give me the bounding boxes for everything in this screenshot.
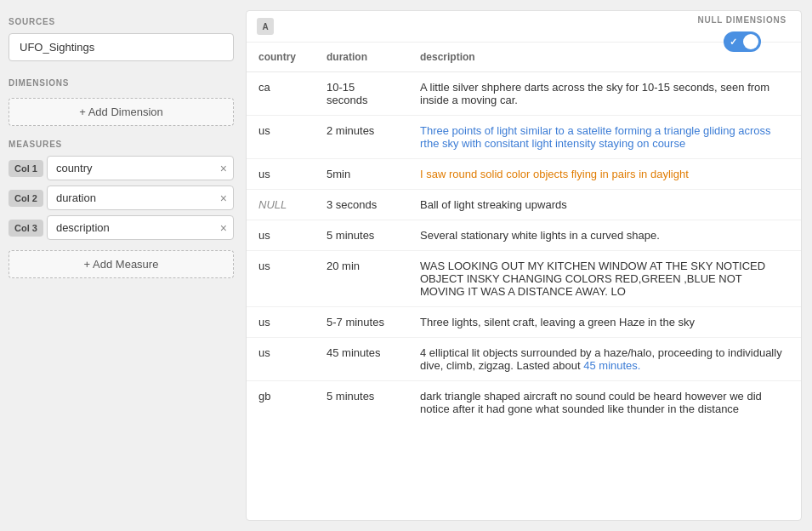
- table-row: NULL3 secondsBall of light streaking upw…: [247, 190, 801, 220]
- measure-close-3[interactable]: ×: [220, 222, 227, 234]
- add-measure-button[interactable]: + Add Measure: [9, 250, 234, 278]
- measure-row-1: Col 1 ×: [9, 156, 234, 180]
- cell-duration: 2 minutes: [315, 116, 408, 159]
- cell-country: us: [247, 307, 315, 338]
- measure-close-2[interactable]: ×: [220, 192, 227, 204]
- cell-country: us: [247, 220, 315, 251]
- cell-country: us: [247, 251, 315, 307]
- table-row: ca10-15 secondsA little silver shphere d…: [247, 72, 801, 116]
- cell-country: us: [247, 159, 315, 190]
- table-row: us5 minutesSeveral stationary white ligh…: [247, 220, 801, 251]
- cell-description: I saw round solid color objects flying i…: [408, 159, 801, 190]
- cell-duration: 20 min: [315, 251, 408, 307]
- table-row: gb5 minutesdark triangle shaped aircraft…: [247, 381, 801, 425]
- measure-row-3: Col 3 ×: [9, 215, 234, 240]
- cell-duration: 5 minutes: [315, 381, 408, 425]
- cell-duration: 5min: [315, 159, 408, 190]
- toggle-check-icon: ✓: [730, 37, 737, 48]
- cell-country: us: [247, 116, 315, 159]
- cell-description: A little silver shphere darts across the…: [408, 72, 801, 116]
- table-row: us45 minutes4 elliptical lit objects sur…: [247, 338, 801, 381]
- source-input[interactable]: [9, 33, 234, 61]
- sidebar: SOURCES DIMENSIONS + Add Dimension MEASU…: [0, 0, 242, 531]
- cell-country: gb: [247, 381, 315, 425]
- cell-description: dark triangle shaped aircraft no sound c…: [408, 381, 801, 425]
- cell-country: NULL: [247, 190, 315, 220]
- col-badge-1: Col 1: [9, 160, 43, 177]
- main-content: A country duration description ca10-15 s…: [246, 10, 802, 521]
- col-header-duration: duration: [315, 43, 408, 72]
- cell-duration: 5-7 minutes: [315, 307, 408, 338]
- cell-description: Ball of light streaking upwards: [408, 190, 801, 220]
- cell-country: ca: [247, 72, 315, 116]
- table-row: us5minI saw round solid color objects fl…: [247, 159, 801, 190]
- table-row: us5-7 minutesThree lights, silent craft,…: [247, 307, 801, 338]
- null-dimensions-toggle[interactable]: ✓: [724, 31, 761, 52]
- measure-input-1[interactable]: [47, 156, 234, 180]
- col-badge-2: Col 2: [9, 190, 43, 207]
- null-dimensions-label: NULL DIMENSIONS: [697, 15, 786, 25]
- table-icon: A: [257, 18, 274, 35]
- cell-duration: 5 minutes: [315, 220, 408, 251]
- cell-country: us: [247, 338, 315, 381]
- measure-row-2: Col 2 ×: [9, 186, 234, 210]
- measure-close-1[interactable]: ×: [220, 163, 227, 174]
- table-row: us2 minutesThree points of light similar…: [247, 116, 801, 159]
- measure-input-3[interactable]: [47, 215, 234, 240]
- cell-description: Several stationary white lights in a cur…: [408, 220, 801, 251]
- cell-description: WAS LOOKING OUT MY KITCHEN WINDOW AT THE…: [408, 251, 801, 307]
- add-dimension-button[interactable]: + Add Dimension: [9, 98, 234, 126]
- table-container[interactable]: country duration description ca10-15 sec…: [247, 43, 801, 520]
- measure-input-2[interactable]: [47, 186, 234, 210]
- dimensions-label: DIMENSIONS: [9, 78, 234, 88]
- data-table: country duration description ca10-15 sec…: [247, 43, 801, 424]
- cell-description: 4 elliptical lit objects surrounded by a…: [408, 338, 801, 381]
- cell-duration: 3 seconds: [315, 190, 408, 220]
- table-row: us20 minWAS LOOKING OUT MY KITCHEN WINDO…: [247, 251, 801, 307]
- col-badge-3: Col 3: [9, 220, 43, 237]
- cell-description: Three points of light similar to a satel…: [408, 116, 801, 159]
- sources-label: SOURCES: [9, 17, 234, 26]
- col-header-country: country: [247, 43, 315, 72]
- measures-label: MEASURES: [9, 140, 234, 149]
- cell-description: Three lights, silent craft, leaving a gr…: [408, 307, 801, 338]
- null-dimensions-panel: NULL DIMENSIONS ✓: [697, 15, 786, 52]
- cell-duration: 45 minutes: [315, 338, 408, 381]
- cell-duration: 10-15 seconds: [315, 72, 408, 116]
